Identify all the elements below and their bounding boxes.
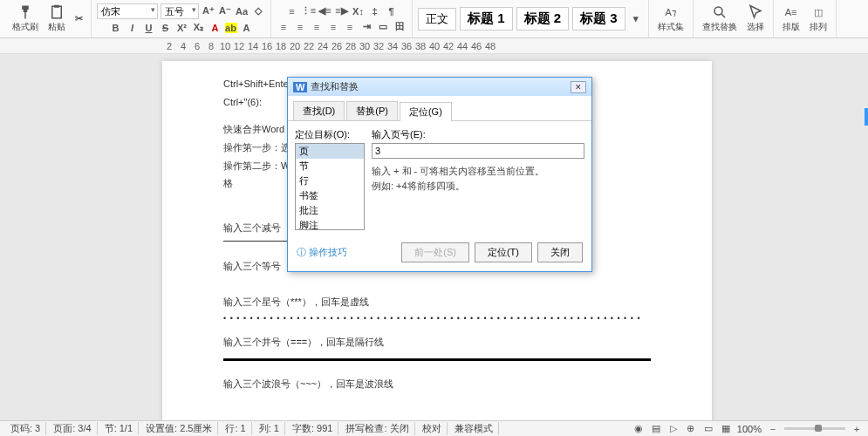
status-line[interactable]: 行: 1 [220,422,251,435]
borders-icon[interactable]: 田 [393,20,407,34]
doc-thick-line [223,358,651,361]
search-icon [712,4,728,20]
zoom-in-icon[interactable]: + [851,423,863,435]
doc-line: 输入三个波浪号（~~~），回车是波浪线 [223,375,651,393]
status-bar: 页码: 3 页面: 3/4 节: 1/1 设置值: 2.5厘米 行: 1 列: … [0,420,868,436]
close-button[interactable]: 关闭 [537,242,583,262]
tab-find[interactable]: 查找(D) [293,101,345,120]
status-col[interactable]: 列: 1 [254,422,285,435]
dialog-titlebar[interactable]: W查找和替换 ✕ [288,78,591,96]
style-set-icon: A⁊ [663,4,679,20]
style-normal[interactable]: 正文 [418,8,456,31]
horizontal-ruler: 2468101214161820222426283032343638404244… [0,38,868,54]
tab-replace[interactable]: 替换(P) [346,101,398,120]
svg-rect-0 [52,6,62,18]
dialog-close-button[interactable]: ✕ [571,81,586,93]
style-h2[interactable]: 标题 2 [516,7,570,31]
svg-rect-1 [54,5,59,8]
align-center-icon[interactable]: ≡ [293,20,307,34]
view-eye-icon[interactable]: ◉ [632,423,645,435]
zoom-value[interactable]: 100% [737,424,762,434]
tab-goto[interactable]: 定位(G) [400,102,452,121]
status-position[interactable]: 设置值: 2.5厘米 [140,422,218,435]
status-proof[interactable]: 校对 [417,422,448,435]
style-h3[interactable]: 标题 3 [572,7,625,31]
goto-target-list[interactable]: 页节行书签批注脚注尾注域 [295,143,365,230]
underline-button[interactable]: U [142,21,156,35]
scroll-indicator [865,108,868,126]
goto-button[interactable]: 定位(T) [475,242,532,262]
goto-list-item[interactable]: 页 [296,144,364,159]
bullet-list-icon[interactable]: ≡ [285,4,299,18]
style-h1[interactable]: 标题 1 [460,7,513,31]
status-section[interactable]: 节: 1/1 [99,422,139,435]
styles-more-icon[interactable]: ▾ [629,12,643,26]
view-web-icon[interactable]: ⊕ [685,423,697,435]
view-draft-icon[interactable]: ▦ [720,423,732,435]
shading-icon[interactable]: ▭ [376,20,390,34]
show-marks-icon[interactable]: ¶ [385,4,399,18]
doc-line: 输入三个星号（***），回车是虚线 [223,293,651,311]
increase-indent-icon[interactable]: ≡▶ [335,4,349,18]
subscript-icon[interactable]: X₂ [192,21,206,35]
paste-button[interactable]: 粘贴 [44,3,69,35]
status-spell[interactable]: 拼写检查: 关闭 [340,422,414,435]
increase-font-icon[interactable]: A⁺ [202,4,215,18]
decrease-indent-icon[interactable]: ◀≡ [318,4,332,18]
number-list-icon[interactable]: ⋮≡ [302,4,316,18]
style-set-button[interactable]: A⁊样式集 [654,3,687,35]
status-page[interactable]: 页面: 3/4 [48,422,97,435]
doc-line: 输入三个井号（===），回车是隔行线 [223,333,651,351]
align-left-icon[interactable]: ≡ [277,20,290,34]
goto-list-item[interactable]: 行 [296,174,364,188]
align-right-icon[interactable]: ≡ [310,20,324,34]
paste-icon [49,4,65,20]
doc-dotted-line: • • • • • • • • • • • • • • • • • • • • … [223,311,651,326]
sort-icon[interactable]: X↕ [352,4,366,18]
change-case-icon[interactable]: Aa [235,4,249,18]
justify-icon[interactable]: ≡ [326,20,340,34]
goto-list-item[interactable]: 书签 [296,188,364,203]
prev-button: 前一处(S) [401,242,469,262]
dialog-hint: 输入 + 和 - 可将相关内容移至当前位置。例如: +4将前移四项。 [372,164,584,193]
char-border-icon[interactable]: A [240,21,254,35]
page-number-input[interactable] [372,143,584,159]
goto-list-item[interactable]: 节 [296,159,364,174]
layout-icon: A≡ [783,4,799,20]
zoom-out-icon[interactable]: − [767,423,779,435]
view-outline-icon[interactable]: ▷ [667,423,680,435]
bold-button[interactable]: B [109,21,123,35]
font-color-icon[interactable]: A [208,21,222,35]
line-spacing-icon[interactable]: ‡ [368,4,382,18]
app-icon: W [293,82,307,92]
find-replace-button[interactable]: 查找替换 [699,3,741,35]
font-name-select[interactable]: 仿宋 [97,3,158,19]
distribute-icon[interactable]: ≡ [343,20,357,34]
highlight-icon[interactable]: ab [225,23,237,33]
superscript-icon[interactable]: X² [175,21,189,35]
arrange-button[interactable]: ◫排列 [806,3,830,35]
status-page-no[interactable]: 页码: 3 [5,422,46,435]
tips-link[interactable]: ⓘ 操作技巧 [297,246,347,259]
cursor-icon [748,4,763,20]
font-size-select[interactable]: 五号 [161,3,199,19]
cut-icon[interactable]: ✂ [72,12,85,26]
goto-list-item[interactable]: 脚注 [296,218,364,230]
view-read-icon[interactable]: ▭ [702,423,714,435]
strike-button[interactable]: S [159,21,173,35]
italic-button[interactable]: I [126,21,140,35]
goto-target-label: 定位目标(O): [295,128,365,141]
decrease-font-icon[interactable]: A⁻ [218,4,232,18]
format-painter-button[interactable]: 格式刷 [9,3,42,35]
brush-icon [17,4,33,20]
select-button[interactable]: 选择 [743,3,768,35]
clear-format-icon[interactable]: ◇ [251,4,265,18]
goto-list-item[interactable]: 批注 [296,203,364,218]
find-replace-dialog: W查找和替换 ✕ 查找(D) 替换(P) 定位(G) 定位目标(O): 页节行书… [287,77,592,272]
status-mode[interactable]: 兼容模式 [449,422,499,435]
view-print-icon[interactable]: ▤ [650,423,662,435]
status-words[interactable]: 字数: 991 [287,422,338,435]
tab-icon[interactable]: ⇥ [359,20,373,34]
zoom-slider[interactable] [784,427,845,430]
layout-button[interactable]: A≡排版 [779,3,803,35]
